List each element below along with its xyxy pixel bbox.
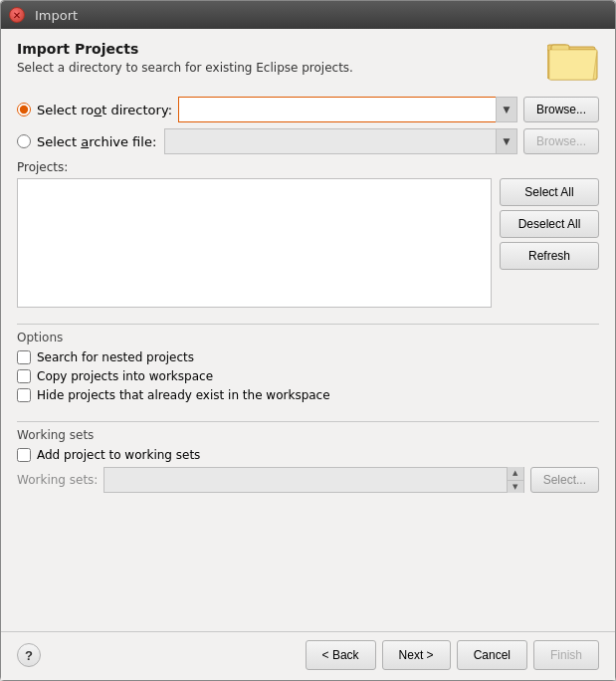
nested-projects-label: Search for nested projects	[37, 350, 194, 364]
ws-down-arrow[interactable]: ▼	[508, 481, 523, 494]
archive-dropdown-arrow[interactable]: ▼	[496, 128, 517, 154]
root-combo-wrapper: ▼	[178, 97, 517, 122]
main-content: Import Projects Select a directory to se…	[1, 29, 615, 631]
root-directory-input[interactable]	[178, 97, 517, 122]
root-label: Select root directory:	[37, 103, 172, 117]
archive-combo-wrapper: ▼	[164, 128, 517, 154]
import-dialog: ✕ Import Import Projects Select a direct…	[0, 0, 616, 681]
root-directory-row: Select root directory: ▼ Browse...	[17, 97, 599, 122]
options-title: Options	[17, 331, 599, 344]
hide-projects-checkbox[interactable]	[17, 388, 31, 402]
ws-up-arrow[interactable]: ▲	[508, 467, 523, 481]
working-sets-select-button[interactable]: Select...	[530, 467, 599, 493]
options-section: Options Search for nested projects Copy …	[17, 331, 599, 407]
cancel-button[interactable]: Cancel	[457, 640, 527, 670]
nested-projects-checkbox[interactable]	[17, 350, 31, 364]
copy-projects-row: Copy projects into workspace	[17, 369, 599, 383]
add-to-working-sets-row: Add project to working sets	[17, 448, 599, 462]
root-radio-label[interactable]: Select root directory:	[17, 103, 172, 117]
hide-projects-label: Hide projects that already exist in the …	[37, 388, 330, 402]
archive-radio[interactable]	[17, 134, 31, 148]
working-sets-combo: ▲ ▼	[103, 467, 523, 493]
archive-file-input[interactable]	[164, 128, 517, 154]
projects-list[interactable]	[17, 178, 492, 308]
back-button[interactable]: < Back	[306, 640, 376, 670]
working-sets-section: Working sets Add project to working sets…	[17, 428, 599, 499]
close-button[interactable]: ✕	[9, 7, 25, 23]
deselect-all-button[interactable]: Deselect All	[500, 210, 599, 238]
working-sets-row: Working sets: ▲ ▼ Select...	[17, 467, 599, 493]
separator-1	[17, 324, 599, 325]
nested-projects-row: Search for nested projects	[17, 350, 599, 364]
footer: ? < Back Next > Cancel Finish	[1, 631, 615, 680]
page-title: Import Projects	[17, 41, 353, 57]
help-button[interactable]: ?	[17, 643, 41, 667]
window-title: Import	[35, 8, 78, 23]
archive-radio-label[interactable]: Select archive file:	[17, 134, 158, 149]
working-sets-title: Working sets	[17, 428, 599, 442]
titlebar: ✕ Import	[1, 1, 615, 29]
projects-area: Select All Deselect All Refresh	[17, 178, 599, 308]
select-all-button[interactable]: Select All	[500, 178, 599, 206]
next-button[interactable]: Next >	[382, 640, 451, 670]
header-section: Import Projects Select a directory to se…	[17, 41, 599, 83]
projects-label: Projects:	[17, 160, 599, 174]
footer-right: < Back Next > Cancel Finish	[306, 640, 599, 670]
working-sets-input[interactable]	[104, 468, 506, 492]
hide-projects-row: Hide projects that already exist in the …	[17, 388, 599, 402]
finish-button[interactable]: Finish	[533, 640, 599, 670]
copy-projects-checkbox[interactable]	[17, 369, 31, 383]
page-subtitle: Select a directory to search for existin…	[17, 61, 353, 75]
archive-file-row: Select archive file: ▼ Browse...	[17, 128, 599, 154]
archive-browse-button[interactable]: Browse...	[523, 128, 599, 154]
projects-buttons: Select All Deselect All Refresh	[500, 178, 599, 308]
root-browse-button[interactable]: Browse...	[523, 97, 599, 122]
root-radio[interactable]	[17, 103, 31, 116]
working-sets-field-label: Working sets:	[17, 473, 98, 487]
archive-label: Select archive file:	[37, 134, 156, 149]
root-dropdown-arrow[interactable]: ▼	[496, 97, 517, 122]
add-working-sets-checkbox[interactable]	[17, 448, 31, 462]
folder-icon	[547, 37, 599, 83]
separator-2	[17, 421, 599, 422]
refresh-button[interactable]: Refresh	[500, 242, 599, 270]
copy-projects-label: Copy projects into workspace	[37, 369, 213, 383]
add-working-sets-label: Add project to working sets	[37, 448, 200, 462]
footer-left: ?	[17, 643, 41, 667]
ws-arrows: ▲ ▼	[507, 467, 523, 493]
